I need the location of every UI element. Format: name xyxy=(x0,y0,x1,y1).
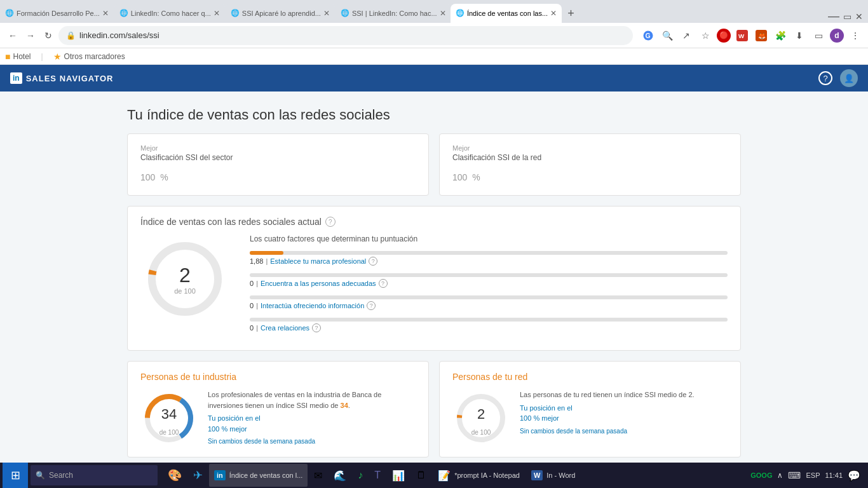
ssi-network-card: Mejor Clasificación SSI de la red 100 % xyxy=(439,133,741,196)
taskbar-app-extra1[interactable]: 📊 xyxy=(387,464,410,487)
colorful-app-icon: 🎨 xyxy=(168,468,182,482)
taskbar-app-extra2[interactable]: 🗒 xyxy=(411,464,431,487)
bookmark-icon[interactable]: ☆ xyxy=(698,28,713,43)
profile-avatar[interactable]: 👤 xyxy=(840,69,858,87)
industry-card-content: 34 de 100 Los profesionales de ventas en… xyxy=(140,390,416,447)
tab-2[interactable]: 🌐 LinkedIn: Como hacer q... ✕ xyxy=(114,4,225,23)
page-title: Tu índice de ventas con las redes social… xyxy=(127,107,741,123)
taskbar-app-telegram[interactable]: ✈ xyxy=(188,464,208,487)
linkedin-logo-text: in xyxy=(13,74,20,83)
current-title-text: Índice de ventas con las redes sociales … xyxy=(140,217,322,227)
help-icon[interactable]: ? xyxy=(818,71,832,85)
telegram-icon: ✈ xyxy=(193,468,203,482)
minimize-button[interactable]: — xyxy=(828,10,839,23)
factor-question-2[interactable]: ? xyxy=(379,279,388,288)
taskbar-app-colorful[interactable]: 🎨 xyxy=(163,464,187,487)
download-icon[interactable]: ⬇ xyxy=(792,28,807,43)
factor-link-4[interactable]: Crea relaciones xyxy=(261,324,309,332)
taskbar-app-spotify[interactable]: ♪ xyxy=(353,464,368,487)
svg-text:G: G xyxy=(646,31,651,39)
language-indicator: ESP xyxy=(806,471,820,479)
menu-icon[interactable]: ⋮ xyxy=(848,28,863,43)
arrow-up-icon[interactable]: ∧ xyxy=(777,471,783,480)
industry-pos-highlight: 100 % mejor xyxy=(208,425,247,433)
current-info-icon[interactable]: ? xyxy=(325,217,336,227)
tab-icon-1: 🌐 xyxy=(5,9,14,18)
taskbar-app-notepad[interactable]: 📝 *prompt IA - Notepad xyxy=(433,464,525,487)
extensions-button[interactable]: 🧩 xyxy=(773,28,788,43)
factor-link-1[interactable]: Establece tu marca profesional xyxy=(270,257,366,265)
google-icon[interactable]: G xyxy=(641,28,656,43)
main-score: 2 xyxy=(179,264,191,287)
taskbar: ⊞ 🔍 Search 🎨 ✈ in Índice de ventas con l… xyxy=(0,463,868,488)
tab-5[interactable]: 🌐 Índice de ventas con las... ✕ xyxy=(451,4,562,23)
taskbar-app-teams[interactable]: T xyxy=(369,464,386,487)
lock-icon: 🔒 xyxy=(66,31,76,40)
maximize-button[interactable]: ▭ xyxy=(843,11,851,22)
start-button[interactable]: ⊞ xyxy=(3,463,28,488)
profile-icon[interactable]: d xyxy=(830,29,844,43)
extension-icon-3[interactable]: 🦊 xyxy=(754,28,769,43)
factor-value-3: 0 xyxy=(250,302,254,309)
search-icon[interactable]: 🔍 xyxy=(660,28,675,43)
extension-icon-2[interactable]: W xyxy=(735,28,750,43)
factors-title: Los cuatro factores que determinan tu pu… xyxy=(250,234,728,243)
taskbar-app-linkedin[interactable]: in Índice de ventas con l... xyxy=(209,464,308,487)
extension-icon-1[interactable]: 🔴 xyxy=(717,29,731,43)
reload-button[interactable]: ↻ xyxy=(41,28,56,43)
tab-close-2[interactable]: ✕ xyxy=(214,9,220,18)
industry-no-change-suffix: desde la semana pasada xyxy=(244,438,315,445)
factor-question-4[interactable]: ? xyxy=(312,323,321,332)
tab-close-1[interactable]: ✕ xyxy=(102,9,109,18)
taskbar-time: 11:41 xyxy=(825,471,843,480)
factor-bar-bg-4 xyxy=(250,318,728,322)
new-tab-button[interactable]: + xyxy=(562,4,580,23)
hotel-bookmark-icon: ■ xyxy=(5,51,10,62)
tab-1[interactable]: 🌐 Formación Desarrollo Pe... ✕ xyxy=(0,4,114,23)
taskbar-app-mail[interactable]: ✉ xyxy=(309,464,327,487)
linkedin-logo[interactable]: in SALES NAVIGATOR xyxy=(10,72,113,84)
keyboard-icon[interactable]: ⌨ xyxy=(788,470,801,480)
linkedin-nav-title: SALES NAVIGATOR xyxy=(26,74,114,83)
taskbar-search[interactable]: 🔍 Search xyxy=(31,465,158,485)
spotify-icon: ♪ xyxy=(358,470,363,481)
bookmark-hotel[interactable]: ■ Hotel xyxy=(5,51,31,62)
ssi-red-value: 100 % xyxy=(452,165,728,185)
bookmark-otros[interactable]: ★ Otros marcadores xyxy=(53,51,125,62)
notification-icon[interactable]: 💬 xyxy=(848,470,860,482)
factor-link-2[interactable]: Encuentra a las personas adecuadas xyxy=(261,280,376,287)
network-no-change: Sin cambios desde la semana pasada xyxy=(520,426,695,436)
nav-bar: ← → ↻ 🔒 linkedin.com/sales/ssi G 🔍 ↗ ☆ 🔴… xyxy=(0,23,868,48)
factor-question-3[interactable]: ? xyxy=(367,301,376,310)
notepad-icon: 📝 xyxy=(438,470,451,482)
forward-button[interactable]: → xyxy=(23,28,38,43)
industry-pos-text: Tu posición en el xyxy=(208,414,261,422)
factor-bar-bg-1 xyxy=(250,251,728,255)
tab-bar: 🌐 Formación Desarrollo Pe... ✕ 🌐 LinkedI… xyxy=(0,0,868,23)
close-button[interactable]: ✕ xyxy=(855,11,863,22)
back-button[interactable]: ← xyxy=(5,28,20,43)
tab-3[interactable]: 🌐 SSI Apicaré lo aprendid... ✕ xyxy=(226,4,335,23)
taskbar-app-word[interactable]: W In - Word xyxy=(526,464,580,487)
main-donut-chart: 2 de 100 xyxy=(140,234,229,323)
factor-question-1[interactable]: ? xyxy=(369,257,377,266)
address-bar[interactable]: 🔒 linkedin.com/sales/ssi xyxy=(58,26,633,45)
mail-icon: ✉ xyxy=(314,470,322,482)
ssi-red-sublabel: Clasificación SSI de la red xyxy=(452,153,728,162)
tab-close-3[interactable]: ✕ xyxy=(323,9,330,18)
tab-icon-5: 🌐 xyxy=(456,9,465,18)
taskbar-app-label-0: Índice de ventas con l... xyxy=(229,471,303,479)
tab-close-4[interactable]: ✕ xyxy=(440,9,446,18)
factor-link-3[interactable]: Interactúa ofreciendo información xyxy=(261,302,364,309)
share-icon[interactable]: ↗ xyxy=(679,28,694,43)
tab-close-5[interactable]: ✕ xyxy=(550,9,557,18)
time-text: 11:41 xyxy=(825,471,843,480)
industry-card: Personas de tu industria 34 de 100 Los p… xyxy=(127,361,429,458)
bottom-cards: Personas de tu industria 34 de 100 Los p… xyxy=(127,361,741,458)
url-text: linkedin.com/sales/ssi xyxy=(79,30,625,40)
tab-4[interactable]: 🌐 SSI | LinkedIn: Como hac... ✕ xyxy=(336,4,450,23)
main-score-sub: de 100 xyxy=(174,287,196,295)
sidebar-icon[interactable]: ▭ xyxy=(811,28,826,43)
factor-row-1: 1,88 | Establece tu marca profesional ? xyxy=(250,251,728,266)
taskbar-app-edge[interactable]: 🌊 xyxy=(329,464,351,487)
